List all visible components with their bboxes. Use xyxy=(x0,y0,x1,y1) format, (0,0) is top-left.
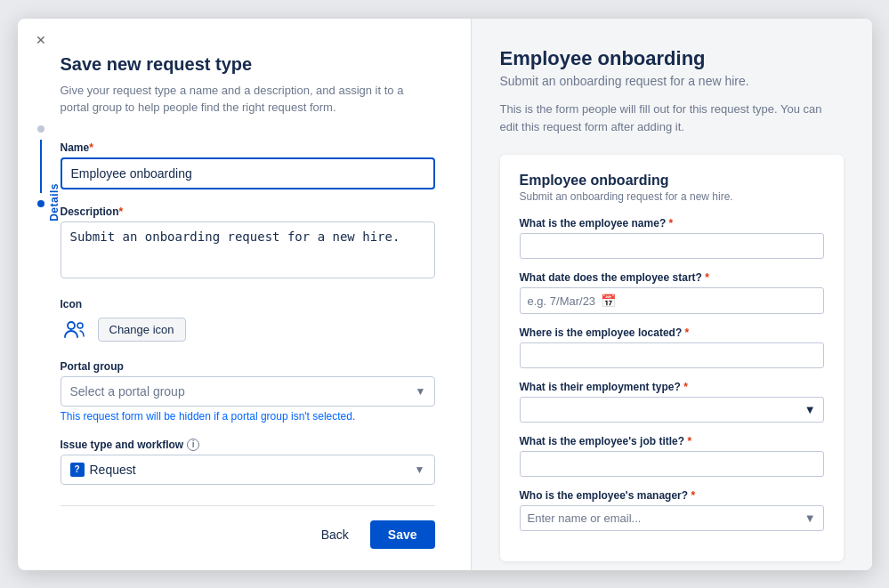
modal: ✕ Details Save new request type Give you… xyxy=(18,19,872,570)
footer: Back Save xyxy=(61,505,435,549)
preview-card: Employee onboarding Submit an onboarding… xyxy=(500,155,844,561)
left-panel: ✕ Details Save new request type Give you… xyxy=(18,19,472,570)
preview-field-name: What is the employee name? * xyxy=(520,217,824,259)
right-panel: Employee onboarding Submit an onboarding… xyxy=(472,19,872,570)
description-field-group: Description* Submit an onboarding reques… xyxy=(61,205,435,282)
issue-type-label: Issue type and workflow i xyxy=(61,439,435,451)
preview-field-jobtitle-label: What is the employee's job title? * xyxy=(520,435,824,447)
preview-note: This is the form people will fill out fo… xyxy=(500,101,844,138)
preview-field-location-label: Where is the employee located? * xyxy=(520,326,824,339)
preview-field-date-label: What date does the employee start? * xyxy=(520,271,824,284)
preview-date-input[interactable]: e.g. 7/Mar/23 📅 xyxy=(520,287,824,314)
preview-field-location: Where is the employee located? * xyxy=(520,326,824,368)
preview-field-manager-label: Who is the employee's manager? * xyxy=(520,489,824,502)
preview-employment-select[interactable]: ▼ xyxy=(520,397,824,423)
preview-field-employment-label: What is their employment type? * xyxy=(520,381,824,393)
preview-title: Employee onboarding xyxy=(500,47,844,70)
stepper-dot-2 xyxy=(37,200,44,207)
svg-point-0 xyxy=(68,322,75,329)
calendar-icon: 📅 xyxy=(601,294,616,308)
preview-name-input[interactable] xyxy=(520,233,824,259)
info-icon[interactable]: i xyxy=(187,439,199,451)
issue-type-chevron-icon: ▼ xyxy=(415,463,425,476)
icon-preview xyxy=(61,316,89,344)
change-icon-button[interactable]: Change icon xyxy=(98,318,186,342)
preview-jobtitle-input[interactable] xyxy=(520,451,824,477)
details-label: Details xyxy=(48,183,61,222)
preview-field-employment: What is their employment type? * ▼ xyxy=(520,381,824,423)
preview-manager-input[interactable]: Enter name or email... ▼ xyxy=(520,505,824,531)
issue-type-text: Request xyxy=(90,463,409,477)
employment-chevron-icon: ▼ xyxy=(804,403,816,416)
save-button[interactable]: Save xyxy=(370,520,435,549)
issue-type-field: Issue type and workflow i ? Request ▼ xyxy=(61,439,435,485)
preview-card-title: Employee onboarding xyxy=(520,173,824,189)
stepper-dot-1 xyxy=(37,125,44,133)
preview-card-subtitle: Submit an onboarding request for a new h… xyxy=(520,190,824,203)
description-label: Description* xyxy=(61,205,435,218)
portal-group-select-wrapper: Select a portal group ▼ xyxy=(61,376,435,407)
icon-row: Change icon xyxy=(61,316,435,344)
portal-group-label: Portal group xyxy=(61,360,435,373)
stepper xyxy=(37,125,44,207)
icon-section: Icon Change icon xyxy=(61,298,435,344)
preview-field-name-label: What is the employee name? * xyxy=(520,217,824,230)
preview-field-manager: Who is the employee's manager? * Enter n… xyxy=(520,489,824,531)
icon-label: Icon xyxy=(61,298,435,310)
portal-group-field: Portal group Select a portal group ▼ Thi… xyxy=(61,360,435,423)
date-placeholder: e.g. 7/Mar/23 xyxy=(528,294,596,308)
manager-chevron-icon: ▼ xyxy=(804,511,816,525)
modal-title: Save new request type xyxy=(61,54,435,75)
description-input[interactable]: Submit an onboarding request for a new h… xyxy=(61,222,435,278)
preview-subtitle: Submit an onboarding request for a new h… xyxy=(500,74,844,88)
portal-group-select[interactable]: Select a portal group xyxy=(61,376,435,407)
name-field-group: Name* xyxy=(61,141,435,189)
close-button[interactable]: ✕ xyxy=(30,31,52,49)
name-label: Name* xyxy=(61,141,435,154)
preview-location-input[interactable] xyxy=(520,342,824,368)
stepper-line xyxy=(40,140,42,193)
back-button[interactable]: Back xyxy=(307,520,363,549)
svg-point-1 xyxy=(77,323,83,328)
manager-placeholder: Enter name or email... xyxy=(528,511,642,525)
issue-type-icon: ? xyxy=(70,463,85,477)
modal-subtitle: Give your request type a name and a desc… xyxy=(61,82,435,117)
form-section: Name* Description* Submit an onboarding … xyxy=(61,141,435,505)
name-input[interactable] xyxy=(61,157,435,189)
portal-group-hint: This request form will be hidden if a po… xyxy=(61,410,435,423)
preview-field-jobtitle: What is the employee's job title? * xyxy=(520,435,824,477)
issue-type-row[interactable]: ? Request ▼ xyxy=(61,455,435,485)
preview-field-date: What date does the employee start? * e.g… xyxy=(520,271,824,314)
